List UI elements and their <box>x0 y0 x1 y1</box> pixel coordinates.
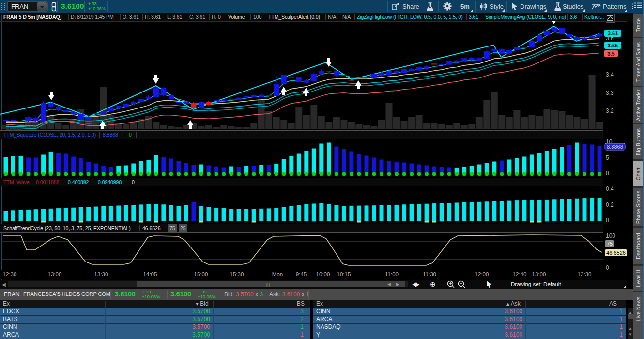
svg-text:3.61: 3.61 <box>608 31 618 36</box>
svg-text:3.5: 3.5 <box>607 51 614 57</box>
svg-text:3.2: 3.2 <box>606 108 614 114</box>
svg-text:0: 0 <box>606 217 609 224</box>
svg-text:100: 100 <box>606 232 615 239</box>
svg-text:0.4: 0.4 <box>606 185 614 192</box>
svg-text:3.4: 3.4 <box>606 71 614 78</box>
svg-text:46.6526: 46.6526 <box>606 250 626 256</box>
svg-text:3.3: 3.3 <box>606 90 614 96</box>
svg-text:8.8868: 8.8868 <box>607 144 623 150</box>
svg-text:0: 0 <box>606 170 609 177</box>
svg-text:5: 5 <box>606 154 609 161</box>
svg-text:3.55: 3.55 <box>608 43 618 48</box>
svg-text:0.2: 0.2 <box>606 201 614 208</box>
svg-text:75: 75 <box>607 241 613 247</box>
